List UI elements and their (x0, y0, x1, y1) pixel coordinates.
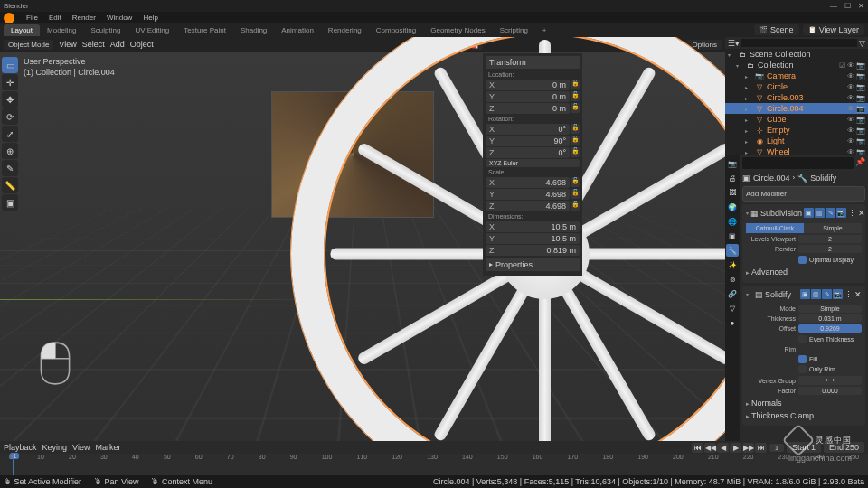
workspace-compositing[interactable]: Compositing (369, 24, 423, 36)
workspace-add[interactable]: + (535, 24, 554, 36)
menu-help[interactable]: Help (138, 14, 162, 22)
timeline-track[interactable]: 0102030405060708090100110120130140150160… (0, 454, 868, 475)
add-modifier-button[interactable]: Add Modifier (742, 186, 865, 202)
current-frame[interactable]: 1 (769, 444, 784, 452)
outliner-scene[interactable]: ▾🗀Scene Collection (725, 49, 868, 60)
menu-file[interactable]: File (22, 14, 42, 22)
loc-x[interactable]: X0 m (486, 80, 570, 90)
jump-start-icon[interactable]: ⏮ (692, 443, 703, 453)
mode-selector[interactable]: Object Mode (4, 40, 53, 50)
scale-y[interactable]: Y4.698 (486, 189, 570, 200)
loc-y[interactable]: Y0 m (486, 91, 570, 102)
properties-search[interactable] (742, 157, 854, 169)
maximize-button[interactable]: ☐ (844, 2, 851, 10)
filter-icon[interactable]: ▽ (859, 39, 865, 48)
workspace-scripting[interactable]: Scripting (493, 24, 535, 36)
outliner-item[interactable]: ▸▽Circle👁 📷 (725, 81, 868, 92)
outliner-filter-icon[interactable]: ☰▾ (728, 39, 740, 48)
lock-icon[interactable]: 🔓 (571, 80, 580, 89)
even-thickness-check[interactable]: Even Thickness (746, 334, 862, 344)
tool-annotate[interactable]: ✎ (2, 160, 18, 176)
workspace-modeling[interactable]: Modeling (40, 24, 83, 36)
outliner-item[interactable]: ▸◉Light👁 📷 (725, 136, 868, 146)
vp-menu-add[interactable]: Add (110, 40, 125, 49)
play-icon[interactable]: ▶ (730, 443, 741, 453)
ptab-output[interactable]: 🖨 (726, 172, 739, 184)
solidify-factor[interactable]: 0.000 (798, 387, 862, 395)
ptab-render[interactable]: 📷 (726, 157, 739, 170)
subdiv-render[interactable]: 2 (798, 245, 862, 253)
optimal-display-check[interactable]: Optimal Display (746, 255, 862, 265)
outliner-item[interactable]: ▸▽Circle.003👁 📷 (725, 92, 868, 103)
ptab-object[interactable]: ▣ (726, 230, 739, 242)
close-button[interactable]: ✕ (858, 2, 864, 10)
solidify-offset[interactable]: 0.9269 (798, 324, 862, 333)
ptab-scene[interactable]: 🌍 (726, 201, 739, 213)
vp-menu-view[interactable]: View (59, 40, 76, 49)
solidify-thickness[interactable]: 0.031 m (798, 314, 862, 323)
tool-rotate[interactable]: ⟳ (2, 108, 18, 125)
vp-menu-object[interactable]: Object (130, 40, 154, 49)
marker-menu[interactable]: Marker (95, 443, 120, 452)
outliner-item[interactable]: ▸⊹Empty👁 📷 (725, 125, 868, 136)
ptab-particle[interactable]: ✨ (726, 258, 739, 271)
tool-addcube[interactable]: ▣ (2, 194, 18, 211)
tool-select[interactable]: ▭ (2, 57, 18, 73)
play-rev-icon[interactable]: ◀ (717, 443, 729, 453)
loc-z[interactable]: Z0 m (486, 103, 570, 114)
subdiv-viewport[interactable]: 2 (798, 235, 862, 243)
rot-y[interactable]: Y90° (486, 136, 570, 146)
pin-icon[interactable]: 📌 (855, 157, 865, 169)
keying-menu[interactable]: Keying (42, 443, 68, 452)
menu-render[interactable]: Render (68, 14, 100, 22)
jump-end-icon[interactable]: ⏭ (755, 443, 767, 453)
simple-tab[interactable]: Simple (804, 223, 862, 233)
tool-cursor[interactable]: ✛ (2, 74, 18, 90)
workspace-rendering[interactable]: Rendering (321, 24, 369, 36)
tool-move[interactable]: ✥ (2, 91, 18, 108)
minimize-button[interactable]: — (830, 2, 837, 10)
scene-selector[interactable]: 🎬 Scene (754, 24, 799, 35)
dim-y[interactable]: Y10.5 m (486, 233, 580, 244)
mod-menu-icon[interactable]: ⋮ (848, 209, 856, 218)
rot-z[interactable]: Z0° (486, 147, 570, 158)
workspace-geonodes[interactable]: Geometry Nodes (423, 24, 492, 36)
menu-edit[interactable]: Edit (44, 14, 66, 22)
ptab-material[interactable]: ● (726, 316, 739, 329)
prev-key-icon[interactable]: ◀◀ (704, 443, 716, 453)
workspace-shading[interactable]: Shading (233, 24, 274, 36)
mod-display-icon[interactable]: ▣ (804, 208, 814, 218)
outliner-collection[interactable]: ▾🗀Collection☑ 👁 📷 (725, 60, 868, 70)
workspace-sculpting[interactable]: Sculpting (84, 24, 128, 36)
ptab-physics[interactable]: ⊚ (726, 273, 739, 286)
dim-z[interactable]: Z0.819 m (486, 245, 580, 256)
ptab-modifier[interactable]: 🔧 (726, 244, 739, 257)
outliner-item[interactable]: ▸▽Cube👁 📷 (725, 114, 868, 125)
viewport-3d[interactable]: Object Mode View Select Add Object 🌐 Glo… (0, 37, 725, 441)
next-key-icon[interactable]: ▶▶ (742, 443, 754, 453)
rot-mode[interactable]: XYZ Euler (486, 159, 580, 167)
workspace-uv[interactable]: UV Editing (127, 24, 176, 36)
workspace-texpaint[interactable]: Texture Paint (176, 24, 233, 36)
ptab-world[interactable]: 🌐 (726, 215, 739, 228)
vertex-group[interactable]: ⟷ (798, 376, 862, 385)
ptab-view[interactable]: 🖼 (726, 186, 739, 199)
outliner-item[interactable]: ▸▽Wheel👁 📷 (725, 146, 868, 155)
workspace-animation[interactable]: Animation (274, 24, 321, 36)
menu-window[interactable]: Window (102, 14, 137, 22)
viewlayer-selector[interactable]: 📋 View Layer (803, 24, 864, 35)
vp-menu-select[interactable]: Select (82, 40, 105, 49)
scale-x[interactable]: X4.698 (486, 177, 570, 188)
playback-menu[interactable]: Playback (4, 443, 37, 452)
tool-measure[interactable]: 📏 (2, 177, 18, 193)
dim-x[interactable]: X10.5 m (486, 221, 580, 232)
ptab-constraint[interactable]: 🔗 (726, 287, 739, 300)
catmull-tab[interactable]: Catmull-Clark (746, 223, 804, 233)
scale-z[interactable]: Z4.698 (486, 201, 570, 211)
tool-scale[interactable]: ⤢ (2, 126, 18, 142)
fill-check[interactable]: Fill (746, 354, 862, 364)
only-rim-check[interactable]: Only Rim (746, 364, 862, 374)
rot-x[interactable]: X0° (486, 124, 570, 135)
outliner-item[interactable]: ▸📷Camera👁 📷 (725, 70, 868, 81)
tool-transform[interactable]: ⊕ (2, 143, 18, 159)
